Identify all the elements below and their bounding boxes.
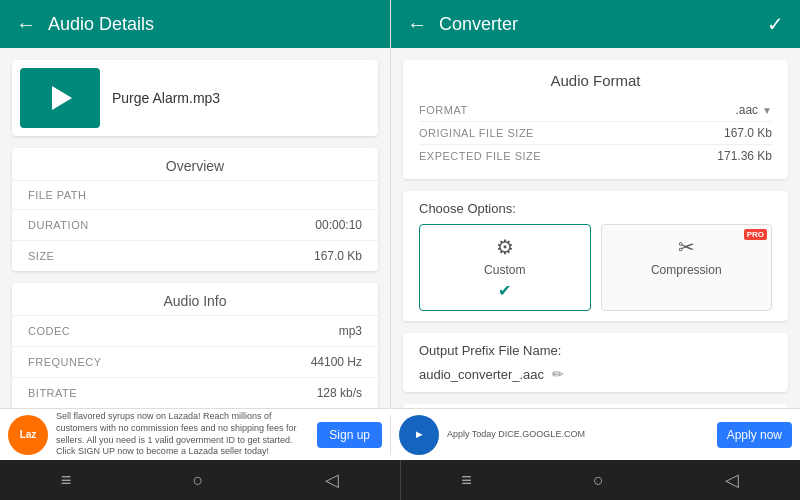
left-header: ← Audio Details [0, 0, 390, 48]
duration-value: 00:00:10 [315, 218, 362, 232]
expected-size-label: EXPECTED FILE SIZE [419, 150, 541, 162]
format-label: FORMAT [419, 104, 468, 116]
duration-row: DURATION 00:00:10 [12, 210, 378, 241]
compression-option[interactable]: PRO ✂ Compression [601, 224, 773, 311]
bitrate-value: 128 kb/s [317, 386, 362, 400]
overview-card: Overview FILE PATH DURATION 00:00:10 SIZ… [12, 148, 378, 271]
choose-options-title: Choose Options: [419, 201, 772, 216]
apply-logo-text: ▶ [416, 430, 422, 439]
apply-logo: ▶ [399, 415, 439, 455]
custom-label: Custom [484, 263, 525, 277]
output-filename-row: audio_converter_.aac ✏ [419, 366, 772, 382]
apply-now-button[interactable]: Apply now [717, 422, 792, 448]
size-row: SIZE 167.0 Kb [12, 241, 378, 271]
home-icon-right[interactable]: ○ [593, 470, 604, 491]
right-panel: ← Converter ✓ Audio Format FORMAT .aac ▼… [390, 0, 800, 408]
app-container: ← Audio Details Purge Alarm.mp3 Overview… [0, 0, 800, 408]
output-section: Output Prefix File Name: audio_converter… [403, 333, 788, 392]
original-size-label: ORIGINAL FILE SIZE [419, 127, 534, 139]
size-label: SIZE [28, 250, 54, 262]
home-icon-left[interactable]: ○ [193, 470, 204, 491]
right-header: ← Converter ✓ [391, 0, 800, 48]
output-title: Output Prefix File Name: [419, 343, 772, 358]
choose-options-section: Choose Options: ⚙ Custom ✔ PRO ✂ Compres… [403, 191, 788, 321]
audio-format-title: Audio Format [419, 72, 772, 89]
gear-icon: ⚙ [496, 235, 514, 259]
size-value: 167.0 Kb [314, 249, 362, 263]
frequency-value: 44100 Hz [311, 355, 362, 369]
format-row: FORMAT .aac ▼ [419, 99, 772, 122]
options-grid: ⚙ Custom ✔ PRO ✂ Compression [419, 224, 772, 311]
right-panel-title: Converter [439, 14, 767, 35]
codec-label: CODEC [28, 325, 70, 337]
left-back-button[interactable]: ← [16, 13, 36, 36]
play-icon [52, 86, 72, 110]
bitrate-label: BITRATE [28, 387, 77, 399]
audio-info-title: Audio Info [12, 283, 378, 316]
ad-banner: Laz Sell flavored syrups now on Lazada! … [0, 408, 800, 460]
expected-size-row: EXPECTED FILE SIZE 171.36 Kb [419, 145, 772, 167]
ad-left: Laz Sell flavored syrups now on Lazada! … [0, 411, 390, 458]
expected-size-value: 171.36 Kb [717, 149, 772, 163]
active-check-icon: ✔ [498, 281, 511, 300]
output-filename-text: audio_converter_.aac [419, 367, 544, 382]
signup-button[interactable]: Sign up [317, 422, 382, 448]
bottom-nav: ≡ ○ ◁ ≡ ○ ◁ [0, 460, 800, 500]
custom-option[interactable]: ⚙ Custom ✔ [419, 224, 591, 311]
audio-info-card: Audio Info CODEC mp3 FREQUNECY 44100 Hz … [12, 283, 378, 408]
format-value[interactable]: .aac ▼ [735, 103, 772, 117]
lazada-logo: Laz [8, 415, 48, 455]
original-size-row: ORIGINAL FILE SIZE 167.0 Kb [419, 122, 772, 145]
edit-icon[interactable]: ✏ [552, 366, 564, 382]
audio-format-section: Audio Format FORMAT .aac ▼ ORIGINAL FILE… [403, 60, 788, 179]
ad-right: ▶ Apply Today DICE.GOOGLE.COM Apply now [390, 415, 800, 455]
right-nav: ≡ ○ ◁ [401, 460, 801, 500]
audio-preview: Purge Alarm.mp3 [12, 60, 378, 136]
duration-label: DURATION [28, 219, 89, 231]
ad-right-text: Apply Today DICE.GOOGLE.COM [447, 429, 709, 441]
menu-icon-left[interactable]: ≡ [61, 470, 72, 491]
file-path-row: FILE PATH [12, 181, 378, 210]
left-nav: ≡ ○ ◁ [0, 460, 400, 500]
format-dropdown-icon: ▼ [762, 105, 772, 116]
overview-title: Overview [12, 148, 378, 181]
menu-icon-right[interactable]: ≡ [461, 470, 472, 491]
scissors-icon: ✂ [678, 235, 695, 259]
left-panel-title: Audio Details [48, 14, 154, 35]
left-panel: ← Audio Details Purge Alarm.mp3 Overview… [0, 0, 390, 408]
bitrate-row: BITRATE 128 kb/s [12, 378, 378, 408]
file-path-label: FILE PATH [28, 189, 87, 201]
right-content: Audio Format FORMAT .aac ▼ ORIGINAL FILE… [391, 48, 800, 408]
left-content: Purge Alarm.mp3 Overview FILE PATH DURAT… [0, 48, 390, 408]
back-icon-left[interactable]: ◁ [325, 469, 339, 491]
compression-label: Compression [651, 263, 722, 277]
pro-badge: PRO [744, 229, 767, 240]
confirm-button[interactable]: ✓ [767, 12, 784, 36]
codec-value: mp3 [339, 324, 362, 338]
back-icon-right[interactable]: ◁ [725, 469, 739, 491]
frequency-row: FREQUNECY 44100 Hz [12, 347, 378, 378]
right-back-button[interactable]: ← [407, 13, 427, 36]
frequency-label: FREQUNECY [28, 356, 102, 368]
original-size-value: 167.0 Kb [724, 126, 772, 140]
ad-left-text: Sell flavored syrups now on Lazada! Reac… [56, 411, 309, 458]
codec-row: CODEC mp3 [12, 316, 378, 347]
audio-filename: Purge Alarm.mp3 [112, 90, 220, 106]
play-button[interactable] [20, 68, 100, 128]
